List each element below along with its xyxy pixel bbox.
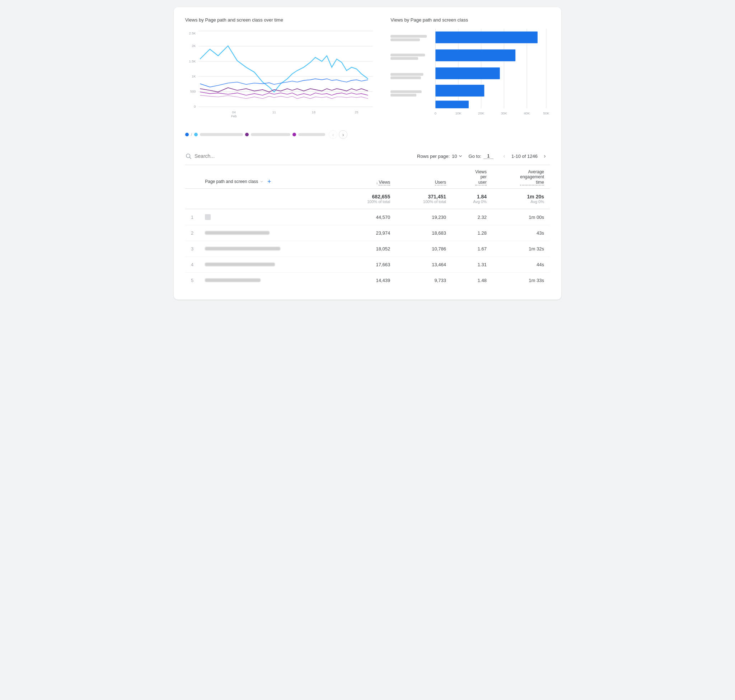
page-icon — [205, 214, 211, 220]
pagination: ‹ 1-10 of 1246 › — [499, 151, 550, 161]
blurred-page-path — [205, 278, 261, 282]
svg-rect-26 — [390, 57, 418, 60]
svg-rect-27 — [390, 73, 423, 76]
legend-nav: ‹ › — [329, 130, 348, 139]
svg-rect-32 — [436, 50, 516, 61]
svg-text:500: 500 — [190, 90, 196, 93]
next-page-button[interactable]: › — [540, 151, 550, 161]
col-users-label: Users — [435, 180, 446, 185]
legend-label-4 — [298, 133, 325, 136]
totals-avg: 1m 20s Avg 0% — [492, 189, 550, 209]
line-chart-wrap: 0 500 1K 1.5K 2K 2.5K 04 Feb 11 18 25 — [185, 27, 376, 127]
col-header-page: Page path and screen class + — [199, 165, 340, 189]
legend-dot-2 — [194, 133, 198, 136]
row-4-vpu: 1.31 — [452, 257, 492, 273]
rows-value: 10 — [452, 154, 457, 159]
svg-rect-30 — [390, 94, 416, 97]
svg-text:2K: 2K — [191, 44, 196, 48]
svg-line-43 — [190, 157, 191, 159]
row-5-avg: 1m 33s — [492, 273, 550, 288]
search-box — [185, 153, 411, 159]
row-1-views: 44,570 — [340, 209, 396, 225]
col-header-vpu: Viewsperuser — [452, 165, 492, 189]
col-views-label: Views — [379, 180, 390, 185]
row-4-users: 13,464 — [396, 257, 452, 273]
bar-chart-section: Views by Page path and screen class — [390, 17, 550, 139]
svg-text:1K: 1K — [191, 75, 196, 78]
search-input[interactable] — [194, 153, 237, 159]
row-4-views: 17,663 — [340, 257, 396, 273]
row-1-num: 1 — [185, 209, 199, 225]
svg-text:18: 18 — [312, 110, 315, 114]
line-chart-svg: 0 500 1K 1.5K 2K 2.5K 04 Feb 11 18 25 — [185, 27, 376, 127]
svg-rect-23 — [390, 35, 427, 38]
legend-label-3 — [251, 133, 290, 136]
row-1-users: 19,230 — [396, 209, 452, 225]
svg-text:30K: 30K — [501, 111, 507, 115]
row-1-vpu: 2.32 — [452, 209, 492, 225]
svg-text:Feb: Feb — [231, 115, 237, 118]
table-row: 4 17,663 13,464 1.31 44s — [185, 257, 550, 273]
totals-page — [199, 189, 340, 209]
rows-per-page: Rows per page: 10 — [417, 154, 463, 159]
data-table: Page path and screen class + ↓ Views — [185, 165, 550, 288]
blurred-page-path — [205, 263, 275, 266]
sort-arrow-icon: ↓ — [376, 181, 378, 185]
legend-label-2 — [200, 133, 243, 136]
row-4-num: 4 — [185, 257, 199, 273]
prev-page-button[interactable]: ‹ — [499, 151, 509, 161]
row-2-num: 2 — [185, 225, 199, 241]
line-chart-title: Views by Page path and screen class over… — [185, 17, 376, 23]
col-page-label: Page path and screen class — [205, 179, 258, 184]
svg-text:0: 0 — [435, 111, 436, 115]
legend-prev-button[interactable]: ‹ — [329, 130, 337, 139]
search-icon — [185, 153, 191, 159]
row-5-users: 9,733 — [396, 273, 452, 288]
svg-text:04: 04 — [232, 110, 236, 114]
legend-next-button[interactable]: › — [339, 130, 348, 139]
rows-select-dropdown[interactable]: 10 — [452, 154, 463, 159]
svg-text:50K: 50K — [544, 111, 550, 115]
rows-per-page-label: Rows per page: — [417, 154, 450, 159]
col-vpu-label: Viewsperuser — [475, 169, 487, 185]
svg-rect-25 — [390, 53, 425, 56]
bar-chart-title: Views by Page path and screen class — [390, 17, 550, 23]
bar-chart-svg: 0 10K 20K 30K 40K 50K — [390, 27, 550, 127]
add-column-button[interactable]: + — [265, 178, 273, 185]
legend-dot-4 — [293, 133, 296, 136]
svg-text:40K: 40K — [524, 111, 530, 115]
svg-rect-35 — [436, 101, 469, 108]
charts-row: Views by Page path and screen class over… — [185, 17, 550, 139]
col-header-avg: Averageengagementtime — [492, 165, 550, 189]
svg-rect-24 — [390, 38, 420, 41]
line-chart-section: Views by Page path and screen class over… — [185, 17, 376, 139]
row-1-page — [199, 209, 340, 225]
row-4-page — [199, 257, 340, 273]
col-avg-label: Averageengagementtime — [520, 169, 544, 185]
sort-icon — [259, 179, 264, 184]
svg-text:20K: 20K — [478, 111, 485, 115]
goto-section: Go to: — [469, 153, 493, 159]
svg-text:25: 25 — [355, 110, 358, 114]
svg-text:1.5K: 1.5K — [189, 60, 196, 63]
row-2-views: 23,974 — [340, 225, 396, 241]
svg-rect-28 — [390, 76, 421, 79]
table-header-row: Page path and screen class + ↓ Views — [185, 165, 550, 189]
row-5-num: 5 — [185, 273, 199, 288]
row-5-views: 14,439 — [340, 273, 396, 288]
chevron-down-icon — [458, 154, 463, 159]
svg-text:0: 0 — [194, 105, 196, 108]
row-5-page — [199, 273, 340, 288]
totals-users: 371,451 100% of total — [396, 189, 452, 209]
bar-chart-wrap: 0 10K 20K 30K 40K 50K — [390, 27, 550, 127]
totals-vpu: 1.84 Avg 0% — [452, 189, 492, 209]
table-controls: Rows per page: 10 Go to: ‹ 1-10 of 1246 … — [185, 147, 550, 165]
legend-dot-1 — [185, 133, 189, 136]
totals-views: 682,655 100% of total — [340, 189, 396, 209]
row-3-page — [199, 241, 340, 257]
row-3-users: 10,786 — [396, 241, 452, 257]
row-3-views: 18,052 — [340, 241, 396, 257]
row-3-num: 3 — [185, 241, 199, 257]
row-3-vpu: 1.67 — [452, 241, 492, 257]
goto-input[interactable] — [483, 153, 493, 159]
